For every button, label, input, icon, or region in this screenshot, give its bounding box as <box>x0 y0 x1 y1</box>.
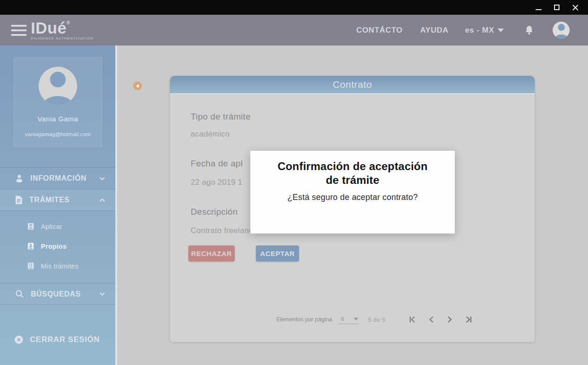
accept-button[interactable]: ACEPTAR <box>256 245 299 262</box>
sidebar-item-busquedas[interactable]: BÚSQUEDAS <box>0 283 115 305</box>
page-range-label: 5 de 5 <box>368 316 385 323</box>
minimize-icon[interactable] <box>536 9 542 10</box>
field-value-descripcion: Contrato freelance <box>191 226 257 235</box>
logout-icon <box>14 335 23 344</box>
chevron-down-icon <box>99 292 105 296</box>
back-button[interactable] <box>133 81 142 90</box>
app-logo: IDué® DILIGENCE AUTHENTICATION <box>31 20 93 40</box>
app-header: IDué® DILIGENCE AUTHENTICATION CONTÁCTO … <box>0 15 588 46</box>
profile-card: Vania Gama vaniagamag@hotmail.com <box>14 57 102 147</box>
chevron-up-icon <box>99 198 105 202</box>
paginator: Elementos por página 6 5 de 5 <box>170 313 535 326</box>
avatar-torso <box>555 34 568 39</box>
next-page-icon[interactable] <box>445 315 455 324</box>
back-icon <box>136 84 139 88</box>
sidebar-item-informacion[interactable]: INFORMACIÓN <box>0 167 115 189</box>
user-avatar[interactable] <box>553 22 570 39</box>
document-check-icon <box>27 222 35 231</box>
chevron-down-icon <box>99 177 105 181</box>
card-header: Contrato <box>170 76 535 94</box>
avatar-torso <box>43 96 73 105</box>
avatar-head <box>558 24 565 31</box>
document-icon <box>15 195 23 205</box>
window-titlebar <box>0 0 588 15</box>
sidebar-item-label: Propios <box>41 243 67 250</box>
search-icon <box>15 289 24 299</box>
sidebar-item-label: BÚSQUEDAS <box>31 290 81 298</box>
field-label-fecha: Fecha de apl <box>191 159 243 169</box>
tramites-submenu: Aplicar Propios Mis trámites <box>0 211 115 283</box>
sidebar-item-label: INFORMACIÓN <box>30 174 86 182</box>
brand-name: IDué <box>31 19 67 37</box>
sidebar-item-aplicar[interactable]: Aplicar <box>0 217 115 236</box>
sidebar: Vania Gama vaniagamag@hotmail.com INFORM… <box>0 46 115 365</box>
last-page-icon[interactable] <box>463 315 475 324</box>
paginator-arrows <box>407 315 475 324</box>
bell-icon[interactable] <box>524 25 534 36</box>
person-icon <box>15 174 24 183</box>
sidebar-item-label: Aplicar <box>41 223 62 230</box>
dialog-message: ¿Está seguro de aceptar contrato? <box>250 193 455 202</box>
header-actions: CONTÁCTO AYUDA es - MX <box>339 22 570 39</box>
logout-button[interactable]: CERRAR SESIÓN <box>14 335 100 344</box>
items-per-page-label: Elementos por página <box>276 316 332 323</box>
language-selector[interactable]: es - MX <box>465 26 504 35</box>
menu-icon[interactable] <box>11 25 27 36</box>
caret-down-icon <box>498 29 504 32</box>
language-label: es - MX <box>465 26 494 35</box>
card-title: Contrato <box>333 79 372 90</box>
sidebar-item-label: Mis trámites <box>41 262 79 270</box>
profile-email: vaniagamag@hotmail.com <box>25 131 91 137</box>
document-search-icon <box>27 262 35 270</box>
field-value-tipo: académico <box>191 130 230 139</box>
field-label-descripcion: Descripción <box>191 207 238 217</box>
registered-mark: ® <box>67 20 70 25</box>
confirmation-dialog: Confirmación de aceptación de trámite ¿E… <box>250 151 455 234</box>
first-page-icon[interactable] <box>407 315 418 324</box>
brand-tagline: DILIGENCE AUTHENTICATION <box>31 37 93 40</box>
dialog-title: Confirmación de aceptación de trámite <box>274 160 431 187</box>
field-label-tipo: Tipo de trámite <box>191 112 251 122</box>
nav-link-contacto[interactable]: CONTÁCTO <box>356 26 403 35</box>
sidebar-nav: INFORMACIÓN TRÁMITES <box>0 167 115 305</box>
profile-name: Vania Gama <box>38 115 78 123</box>
nav-link-ayuda[interactable]: AYUDA <box>420 26 448 35</box>
profile-avatar <box>39 67 77 105</box>
document-person-icon <box>27 242 35 251</box>
avatar-head <box>50 72 66 87</box>
logout-label: CERRAR SESIÓN <box>30 335 100 344</box>
sidebar-scrollbar-track[interactable] <box>115 46 117 365</box>
items-per-page-select[interactable]: 6 <box>338 315 359 324</box>
sidebar-item-label: TRÁMITES <box>29 196 69 204</box>
close-icon[interactable] <box>572 4 579 11</box>
sidebar-item-tramites[interactable]: TRÁMITES <box>0 189 115 211</box>
dropdown-caret-icon <box>354 318 358 320</box>
prev-page-icon[interactable] <box>426 315 436 324</box>
field-value-fecha: 22 ago 2019 1 <box>191 178 243 187</box>
sidebar-item-mis-tramites[interactable]: Mis trámites <box>0 256 115 276</box>
sidebar-item-propios[interactable]: Propios <box>0 236 115 256</box>
reject-button[interactable]: RECHAZAR <box>188 245 235 262</box>
maximize-icon[interactable] <box>554 5 560 10</box>
